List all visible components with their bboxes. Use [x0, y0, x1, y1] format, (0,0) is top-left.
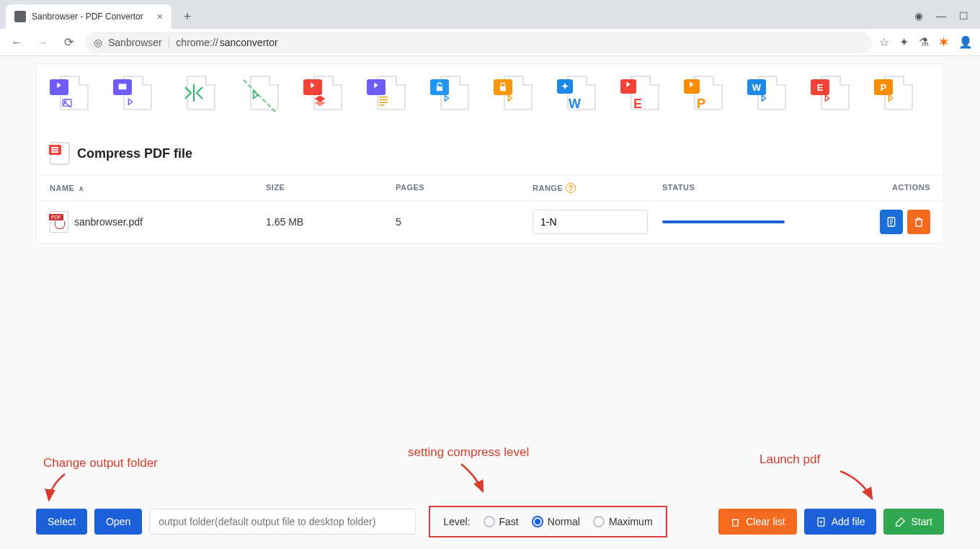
col-name-label[interactable]: NAME	[50, 184, 74, 192]
site-info-icon[interactable]: ◎	[94, 37, 102, 48]
annotation-compress-level: setting compress level	[408, 445, 529, 460]
col-actions-label: ACTIONS	[892, 183, 930, 192]
window-controls: ◉ ― ☐	[914, 10, 980, 29]
tool-pdf-to-ppt[interactable]: P	[684, 76, 723, 115]
sort-asc-icon[interactable]: ∧	[79, 184, 84, 192]
tab-title: Sanbrowser - PDF Convertor	[32, 12, 143, 22]
url-path-bold: sanconvertor	[220, 37, 278, 48]
tool-pdf-to-text[interactable]	[367, 76, 406, 115]
svg-rect-14	[733, 519, 739, 526]
open-file-button[interactable]	[880, 210, 903, 234]
url-input[interactable]: ◎ Sanbrowser | chrome://sanconvertor	[85, 32, 872, 53]
tool-word-to-pdf[interactable]: W	[747, 76, 786, 115]
file-name: sanbrowser.pdf	[74, 216, 143, 228]
delete-row-button[interactable]	[907, 210, 930, 234]
annotation-change-folder: Change output folder	[43, 456, 158, 470]
annotation-launch-pdf: Launch pdf	[760, 452, 820, 467]
level-fast-option[interactable]: Fast	[484, 516, 519, 527]
compress-section: Compress PDF file NAME∧ SIZE PAGES RANGE…	[37, 132, 943, 243]
extensions-icon[interactable]: ✦	[899, 35, 909, 49]
star-icon[interactable]: ☆	[879, 35, 889, 49]
svg-rect-2	[119, 84, 127, 89]
svg-rect-13	[916, 220, 922, 226]
range-help-icon[interactable]: ?	[566, 183, 576, 193]
tool-compress-pdf[interactable]	[303, 76, 342, 115]
col-size-label[interactable]: SIZE	[266, 183, 285, 192]
tool-pdf-to-word[interactable]: ✦W	[557, 76, 596, 115]
tool-pdf-to-excel[interactable]: E	[620, 76, 659, 115]
level-label: Level:	[443, 516, 470, 527]
url-scheme: chrome://	[176, 37, 218, 48]
tool-split-pdf[interactable]	[177, 76, 215, 115]
section-title: Compress PDF file	[77, 146, 192, 161]
file-pages: 5	[396, 216, 533, 228]
col-range-label: RANGE	[533, 184, 563, 192]
profile-icon[interactable]: 👤	[958, 35, 973, 49]
bottom-toolbar: Select Open Level: Fast Normal Maximum C…	[36, 506, 944, 537]
new-tab-button[interactable]: +	[177, 6, 197, 27]
settings-circle-icon[interactable]: ◉	[914, 10, 923, 22]
svg-rect-0	[63, 99, 71, 106]
reload-icon[interactable]: ⟳	[59, 33, 78, 52]
browser-tab[interactable]: Sanbrowser - PDF Convertor ×	[6, 4, 172, 29]
lab-icon[interactable]: ⚗	[919, 35, 929, 49]
tool-merge-pdf[interactable]	[240, 76, 279, 115]
address-bar: ← → ⟳ ◎ Sanbrowser | chrome://sanconvert…	[0, 29, 980, 56]
clear-list-button[interactable]: Clear list	[718, 509, 796, 535]
table-header: NAME∧ SIZE PAGES RANGE? STATUS ACTIONS	[37, 175, 943, 201]
tool-excel-to-pdf[interactable]: E	[811, 76, 850, 115]
level-normal-option[interactable]: Normal	[532, 516, 580, 527]
open-folder-button[interactable]: Open	[94, 509, 142, 535]
browser-tab-strip: Sanbrowser - PDF Convertor × + ◉ ― ☐	[0, 0, 980, 29]
tool-ppt-to-pdf[interactable]: P	[874, 76, 913, 115]
svg-rect-8	[500, 86, 506, 92]
col-pages-label[interactable]: PAGES	[396, 183, 424, 192]
range-input[interactable]	[533, 210, 648, 234]
level-maximum-option[interactable]: Maximum	[593, 516, 653, 527]
maximize-icon[interactable]: ☐	[959, 10, 968, 22]
output-folder-input[interactable]	[149, 509, 416, 535]
select-folder-button[interactable]: Select	[36, 509, 87, 535]
compress-level-group: Level: Fast Normal Maximum	[429, 506, 667, 537]
url-separator: |	[168, 37, 171, 48]
radio-icon	[484, 516, 495, 527]
tool-pdf-to-image[interactable]	[50, 76, 89, 115]
add-file-button[interactable]: Add file	[804, 509, 877, 535]
tab-close-icon[interactable]: ×	[157, 11, 163, 22]
file-size: 1.65 MB	[266, 216, 396, 228]
tab-favicon-icon	[14, 11, 26, 22]
page-content: ✦W E P W E P Compress PDF file NAME∧ SIZ…	[0, 56, 980, 549]
url-host: Sanbrowser	[108, 37, 162, 48]
tool-lock-pdf[interactable]	[494, 76, 533, 115]
forward-icon: →	[33, 33, 52, 52]
san-extension-icon[interactable]: ✶	[939, 35, 948, 49]
radio-icon	[593, 516, 605, 527]
tool-unlock-pdf[interactable]	[430, 76, 469, 115]
back-icon[interactable]: ←	[7, 33, 26, 52]
progress-bar	[662, 220, 785, 223]
svg-rect-7	[437, 86, 442, 92]
radio-checked-icon	[532, 516, 543, 527]
col-status-label: STATUS	[662, 183, 695, 192]
minimize-icon[interactable]: ―	[936, 10, 946, 22]
start-button[interactable]: Start	[883, 509, 944, 535]
tool-strip-card: ✦W E P W E P Compress PDF file NAME∧ SIZ…	[36, 63, 944, 244]
pdf-file-icon	[50, 211, 68, 233]
table-row: sanbrowser.pdf 1.65 MB 5	[37, 201, 943, 243]
compress-section-icon	[50, 142, 70, 165]
tool-image-to-pdf[interactable]	[113, 76, 152, 115]
